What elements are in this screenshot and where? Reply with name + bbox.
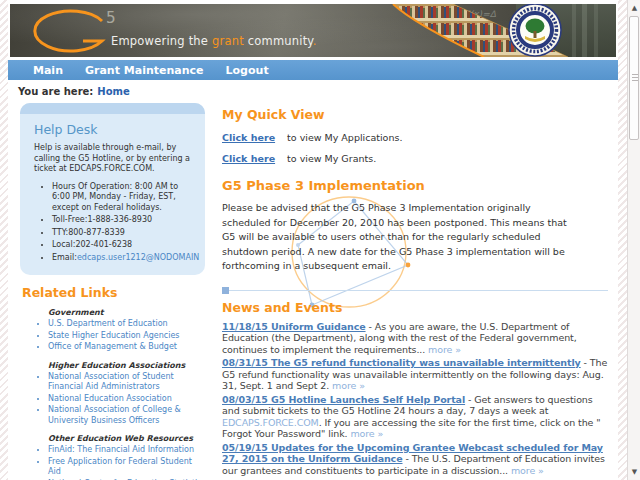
tagline-post: community [244, 34, 313, 48]
help-desk-list: Hours Of Operation: 8:00 AM to 6:00 PM, … [20, 182, 205, 264]
list-item: National Education Association [48, 394, 206, 405]
quick-view-title: My Quick View [222, 107, 608, 122]
news-link-self-help-portal[interactable]: 08/03/15 G5 Hotline Launches Self Help P… [222, 394, 465, 405]
phase3-body: Please be advised that the G5 Phase 3 Im… [222, 201, 574, 274]
main-navigation: Main Grant Maintenance Logout [8, 60, 618, 80]
link-state-higher-ed[interactable]: State Higher Education Agencies [48, 331, 179, 340]
more-link[interactable]: more » [511, 465, 544, 476]
divider-line [229, 290, 608, 291]
help-desk-local: Local:202-401-6238 [52, 240, 197, 251]
breadcrumb-label: You are here: [18, 86, 93, 97]
edcaps-force-link[interactable]: EDCAPS.FORCE.COM [222, 417, 319, 428]
help-desk-box: Help Desk Help is available through e-ma… [20, 103, 205, 275]
email-label: Email: [52, 253, 77, 262]
main-content: My Quick View Click hereto view My Appli… [206, 99, 618, 480]
group-heading-government: Government [48, 308, 206, 317]
more-link[interactable]: more » [428, 344, 461, 355]
link-us-dept-education[interactable]: U.S. Department of Education [48, 319, 168, 328]
tagline-period: . [313, 34, 317, 48]
nav-item-logout[interactable]: Logout [226, 64, 269, 77]
help-desk-box-top [20, 103, 205, 114]
link-fafsa[interactable]: Free Application for Federal Student Aid [48, 457, 192, 477]
help-desk-tollfree: Toll-Free:1-888-336-8930 [52, 215, 197, 226]
header-tagline: Empowering the grant community. [111, 34, 317, 48]
more-link[interactable]: more » [332, 380, 365, 391]
other-resource-links: FinAid: The Financial Aid Information Fr… [20, 445, 206, 480]
scroll-down-button[interactable]: ▼ [628, 465, 640, 479]
browser-viewport: 5 Empowering the grant community. [0, 0, 640, 480]
g5-logo: 5 [26, 8, 126, 56]
news-link-refund-functionality[interactable]: 08/31/15 The G5 refund functionality was… [222, 357, 581, 368]
nav-item-grant-maintenance[interactable]: Grant Maintenance [85, 64, 204, 77]
government-links: U.S. Department of Education State Highe… [20, 319, 206, 353]
help-desk-tty: TTY:800-877-8339 [52, 228, 197, 239]
scroll-up-button[interactable]: ▲ [628, 1, 640, 15]
news-item: 11/18/15 Uniform Guidance - As you are a… [222, 321, 608, 356]
higher-ed-links: National Association of Student Financia… [20, 372, 206, 427]
news-item: 05/19/15 Updates for the Upcoming Grante… [222, 442, 608, 477]
link-nea[interactable]: National Education Association [48, 394, 172, 403]
list-item: Office of Management & Budget [48, 342, 206, 353]
grants-text: to view My Grants. [287, 153, 376, 164]
g5-page: 5 Empowering the grant community. [8, 0, 618, 480]
click-here-applications-link[interactable]: Click here [222, 132, 275, 143]
news-item: 08/31/15 The G5 refund functionality was… [222, 357, 608, 392]
more-link[interactable]: more » [350, 428, 383, 439]
tagline-pre: Empowering the [111, 34, 212, 48]
help-desk-hours: Hours Of Operation: 8:00 AM to 6:00 PM, … [52, 182, 197, 214]
email-link[interactable]: edcaps.user1212@NODOMAIN [77, 253, 199, 262]
news-title: News and Events [222, 300, 608, 315]
g5-logo-five: 5 [106, 8, 116, 27]
section-divider [222, 287, 608, 294]
help-desk-intro: Help is available through e-mail, by cal… [34, 143, 195, 175]
link-nasfaa[interactable]: National Association of Student Financia… [48, 372, 174, 392]
phase3-title: G5 Phase 3 Implementation [222, 178, 608, 193]
news-link-uniform-guidance[interactable]: 11/18/15 Uniform Guidance [222, 321, 366, 332]
related-links-section: Related Links Government U.S. Department… [20, 285, 206, 480]
group-heading-higher-ed: Higher Education Associations [48, 361, 206, 370]
list-item: FinAid: The Financial Aid Information [48, 445, 206, 456]
help-desk-email: Email:edcaps.user1212@NODOMAIN [52, 253, 197, 264]
sidebar: Help Desk Help is available through e-ma… [8, 99, 206, 480]
quick-view-applications-row: Click hereto view My Applications. [222, 132, 608, 143]
scrollbar-grip-icon [632, 74, 638, 82]
divider-square-icon [222, 287, 229, 294]
list-item: National Association of College & Univer… [48, 405, 206, 426]
click-here-grants-link[interactable]: Click here [222, 153, 275, 164]
list-item: Free Application for Federal Student Aid [48, 457, 206, 478]
link-omb[interactable]: Office of Management & Budget [48, 342, 177, 351]
list-item: National Association of Student Financia… [48, 372, 206, 393]
department-of-education-seal [509, 4, 561, 56]
link-nacubo[interactable]: National Association of College & Univer… [48, 405, 181, 425]
breadcrumb-home-link[interactable]: Home [97, 86, 129, 97]
applications-text: to view My Applications. [287, 132, 402, 143]
list-item: State Higher Education Agencies [48, 331, 206, 342]
related-links-title: Related Links [22, 285, 206, 300]
help-desk-title: Help Desk [34, 122, 205, 137]
quick-view-grants-row: Click hereto view My Grants. [222, 153, 608, 164]
news-item: 08/03/15 G5 Hotline Launches Self Help P… [222, 394, 608, 440]
nav-item-main[interactable]: Main [33, 64, 63, 77]
vertical-scrollbar[interactable]: ▲ ▼ [627, 0, 640, 480]
group-heading-other-resources: Other Education Web Resources [48, 434, 206, 443]
scrollbar-thumb[interactable] [629, 16, 639, 140]
breadcrumb: You are here:Home [8, 80, 618, 99]
header-decoration: π·√M(x)=Δ [376, 4, 616, 57]
page-header: 5 Empowering the grant community. [10, 4, 616, 57]
link-finaid[interactable]: FinAid: The Financial Aid Information [48, 445, 194, 454]
list-item: U.S. Department of Education [48, 319, 206, 330]
tagline-grant: grant [212, 34, 244, 48]
